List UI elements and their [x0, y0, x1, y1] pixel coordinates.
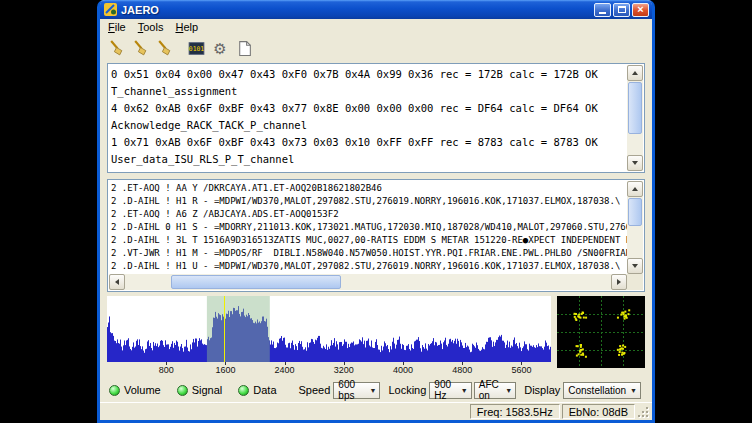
clear-console-button[interactable] [105, 37, 127, 59]
volume-label: Volume [124, 384, 161, 396]
data-indicator: Data [238, 384, 276, 396]
scroll-up-button[interactable] [627, 181, 643, 197]
clear-planes-button[interactable] [153, 37, 175, 59]
maximize-button[interactable] [613, 3, 630, 17]
clear-messages-button[interactable] [129, 37, 151, 59]
close-icon: × [637, 4, 643, 15]
scrollbar-thumb[interactable] [628, 82, 642, 134]
scrollbar-corner [627, 274, 643, 290]
speed-value: 600 bps [338, 379, 365, 401]
menu-tools[interactable]: Tools [132, 20, 170, 34]
axis-tick-label: 1600 [215, 365, 235, 375]
menubar: File Tools Help [100, 19, 652, 35]
spectrum-display[interactable]: 800160024003200400048005600 [107, 296, 551, 378]
afc-value: AFC on [479, 379, 501, 401]
log-line: 2 .D-AIHL ! H1 U - =MDPWI/WD370,MALOT,29… [111, 260, 627, 273]
log-line: 1 0x71 0xAB 0x6F 0xBF 0x43 0x73 0x03 0x1… [111, 134, 627, 151]
broom-icon [156, 40, 173, 57]
arrow-down-icon [632, 161, 638, 168]
console-log-panel[interactable]: 0 0x51 0x04 0x00 0x47 0x43 0xF0 0x7B 0x4… [107, 63, 645, 173]
display-combobox[interactable]: Constellation ▼ [563, 382, 641, 399]
volume-indicator: Volume [109, 384, 161, 396]
display-label: Display [524, 384, 560, 396]
scroll-down-button[interactable] [627, 258, 643, 274]
menu-file[interactable]: File [102, 20, 132, 34]
binary-icon: 0101 [188, 40, 205, 57]
chevron-down-icon: ▼ [369, 387, 376, 394]
log-line: 2 .ET-AOQ ! A6 Z /ABJCAYA.ADS.ET-AOQ0153… [111, 208, 627, 221]
bottom-controls: Volume Signal Data Speed 600 bps ▼ Locki… [100, 380, 652, 400]
locking-label: Locking [388, 384, 426, 396]
speed-combobox[interactable]: 600 bps ▼ [333, 382, 380, 399]
log-line: T_channel_assignment [111, 83, 627, 100]
chevron-down-icon: ▼ [461, 387, 468, 394]
gear-icon: ⚙ [213, 41, 226, 56]
ebno-status: EbNo: 08dB [562, 404, 635, 419]
data-led-icon [238, 385, 249, 396]
document-icon [236, 40, 253, 57]
constellation-display [557, 296, 645, 368]
menu-help[interactable]: Help [169, 20, 204, 34]
scroll-down-button[interactable] [627, 155, 643, 171]
locking-value: 900 Hz [434, 379, 456, 401]
arrow-up-icon [632, 184, 638, 191]
svg-text:0101: 0101 [188, 45, 203, 53]
signal-indicator: Signal [177, 384, 223, 396]
toolbar: 0101 ⚙ [100, 35, 652, 61]
signal-displays: 800160024003200400048005600 [107, 296, 645, 378]
broom-icon [108, 40, 125, 57]
signal-led-icon [177, 385, 188, 396]
log-file-button[interactable] [233, 37, 255, 59]
log-line: 2 .D-AIHL 0 H1 S - =MDORRY,211013.KOK,17… [111, 221, 627, 234]
log-line: Acknowledge_RACK_TACK_P_channel [111, 117, 627, 134]
data-label: Data [253, 384, 276, 396]
acars-vertical-scrollbar[interactable] [627, 181, 643, 274]
minimize-icon [599, 12, 606, 14]
spectrum-canvas[interactable] [107, 296, 551, 362]
scroll-left-button[interactable] [109, 274, 125, 290]
log-line: 2 .D-AIHL ! H1 R - =MDPWI/WD370,MALOT,29… [111, 195, 627, 208]
minimize-button[interactable] [594, 3, 611, 17]
acars-message-content[interactable]: 2 .ET-AOQ ! AA Y /DKRCAYA.AT1.ET-AOQ20B1… [109, 181, 627, 274]
jaero-window: JAERO × File Tools Help [97, 0, 655, 423]
axis-tick-label: 5600 [511, 365, 531, 375]
data-bits-button[interactable]: 0101 [185, 37, 207, 59]
log-line: 0 0x51 0x04 0x00 0x47 0x43 0xF0 0x7B 0x4… [111, 66, 627, 83]
freq-status: Freq: 1583.5Hz [470, 404, 560, 419]
screen-letterbox: JAERO × File Tools Help [0, 0, 752, 423]
log-line: 2 .VT-JWR ! H1 M - =MDPOS/RF DIBLI.N58W0… [111, 247, 627, 260]
arrow-right-icon [617, 279, 624, 285]
maximize-icon [618, 6, 626, 13]
arrow-left-icon [112, 279, 119, 285]
axis-tick-label: 3200 [334, 365, 354, 375]
scrollbar-thumb[interactable] [628, 198, 642, 226]
resize-grip-icon[interactable] [637, 407, 650, 420]
console-vertical-scrollbar[interactable] [627, 65, 643, 171]
afc-combobox[interactable]: AFC on ▼ [474, 382, 516, 399]
log-line: 2 .D-AIHL ! 3L T 1516A9D316513ZATIS MUC,… [111, 234, 627, 247]
broom-icon [132, 40, 149, 57]
speed-label: Speed [299, 384, 331, 396]
log-line: 4 0x62 0xAB 0x6F 0xBF 0x43 0x77 0x8E 0x0… [111, 100, 627, 117]
signal-label: Signal [192, 384, 223, 396]
log-line: User_data_ISU_RLS_P_T_channel [111, 151, 627, 168]
acars-horizontal-scrollbar[interactable] [109, 274, 627, 290]
scroll-up-button[interactable] [627, 65, 643, 81]
scroll-right-button[interactable] [611, 274, 627, 290]
settings-button[interactable]: ⚙ [209, 37, 231, 59]
console-log-content[interactable]: 0 0x51 0x04 0x00 0x47 0x43 0xF0 0x7B 0x4… [109, 65, 627, 171]
axis-tick-label: 4000 [393, 365, 413, 375]
frequency-axis: 800160024003200400048005600 [107, 362, 551, 376]
volume-led-icon [109, 385, 120, 396]
locking-combobox[interactable]: 900 Hz ▼ [429, 382, 471, 399]
arrow-up-icon [632, 68, 638, 75]
axis-tick-label: 4800 [452, 365, 472, 375]
app-icon [104, 3, 117, 16]
chevron-down-icon: ▼ [505, 387, 512, 394]
close-button[interactable]: × [632, 3, 649, 17]
window-title: JAERO [121, 4, 592, 16]
scrollbar-thumb[interactable] [171, 275, 341, 289]
arrow-down-icon [632, 264, 638, 271]
acars-message-panel[interactable]: 2 .ET-AOQ ! AA Y /DKRCAYA.AT1.ET-AOQ20B1… [107, 179, 645, 292]
titlebar[interactable]: JAERO × [100, 0, 652, 19]
